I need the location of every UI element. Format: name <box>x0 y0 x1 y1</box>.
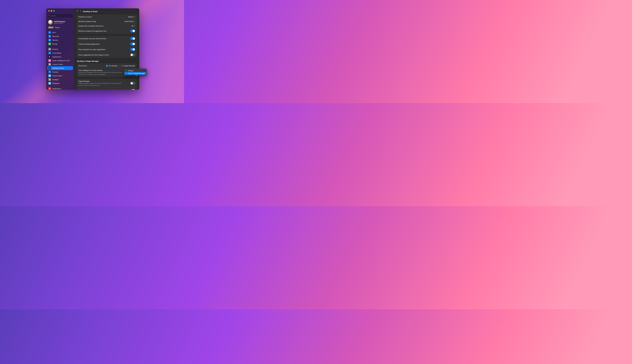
stage-manager-toggle[interactable] <box>130 82 135 85</box>
svg-point-16 <box>49 79 50 80</box>
animate-label: Animate opening applications <box>78 43 100 45</box>
sidebar-item-label: Screen Saver <box>52 75 62 77</box>
autohide-label: Automatically hide and show the Dock <box>78 38 106 40</box>
sidebar-item-control-center[interactable]: Control Center <box>48 62 73 66</box>
sidebar-item-label: Notifications <box>52 88 61 90</box>
sidebar-item-spotlight[interactable]: Spotlight <box>48 78 73 82</box>
suggested-label: Show suggested and recent apps in Dock <box>78 54 109 56</box>
wall-icon <box>48 82 51 84</box>
indicators-toggle[interactable] <box>130 48 135 51</box>
sidebar-item-accessibility[interactable]: Accessibility <box>48 51 73 55</box>
search-input[interactable] <box>48 14 73 18</box>
minimize-into-icon-toggle[interactable] <box>130 30 135 32</box>
ai-icon <box>48 59 51 62</box>
sidebar-item-label: Energy <box>52 43 58 45</box>
net-icon <box>48 39 51 41</box>
disp-icon <box>48 71 51 73</box>
reveal-desktop-dropdown: ✓Always Only in Stage Manager <box>124 69 147 76</box>
sidebar-item-label: Desktop & Dock <box>52 67 64 69</box>
traffic-lights <box>48 10 73 14</box>
svg-point-11 <box>49 64 50 64</box>
double-click-label: Double-click a window's title bar to <box>78 25 104 27</box>
sidebar-item-label: Wallpaper <box>52 82 60 84</box>
dropdown-option-always[interactable]: ✓Always <box>124 70 146 72</box>
on-desktop-checkbox[interactable]: ✓ On Desktop <box>106 65 118 67</box>
avatar <box>48 20 53 24</box>
sidebar-item-label: Accessibility <box>52 52 61 54</box>
indicators-label: Show indicators for open applications <box>78 48 106 50</box>
sidebar-item-general[interactable]: General <box>48 47 73 51</box>
forward-button[interactable] <box>80 10 81 13</box>
stage-manager-label: Stage Manager <box>78 80 124 82</box>
autohide-toggle[interactable] <box>130 37 135 40</box>
sidebar-item-appearance[interactable]: Appearance <box>48 55 73 59</box>
content-pane: Desktop & Dock Position on screen Bottom… <box>74 8 139 90</box>
sidebar-item-network[interactable]: Network <box>48 38 73 42</box>
dropdown-option-only-stage[interactable]: Only in Stage Manager <box>124 72 146 75</box>
sidebar-item-label: Apple Intelligence & Siri <box>52 60 70 62</box>
reveal-desktop-label: Click wallpaper to reveal desktop <box>78 70 124 71</box>
search-field[interactable] <box>51 15 72 17</box>
sidebar-item-energy[interactable]: Energy <box>48 42 73 46</box>
app-icon <box>48 56 51 58</box>
reveal-desktop-sub: Clicking your wallpaper will move all wi… <box>78 72 124 76</box>
sidebar-item-wallpaper[interactable]: Wallpaper <box>48 82 73 85</box>
svg-point-2 <box>50 33 50 33</box>
chevron-up-down-icon: ▲▼ <box>134 25 135 27</box>
sidebar-item-label: Wi-Fi <box>52 32 56 34</box>
sidebar-item-label: Appearance <box>52 56 61 58</box>
recent-stage-toggle[interactable] <box>130 89 135 90</box>
dock-panel-1: Position on screen Bottom ▲▼ Minimize wi… <box>77 14 137 34</box>
sidebar-item-notifications[interactable]: Notifications <box>48 87 73 90</box>
sidebar-item-label: General <box>52 48 58 50</box>
chevron-up-down-icon: ▲▼ <box>134 21 135 22</box>
minimize-using-popup[interactable]: Genie Effect ▲▼ <box>124 20 135 22</box>
sidebar-item-displays[interactable]: Displays <box>48 70 73 74</box>
double-click-popup[interactable]: Fill ▲▼ <box>131 25 135 27</box>
position-label: Position on screen <box>78 16 92 18</box>
settings-scroll[interactable]: Position on screen Bottom ▲▼ Minimize wi… <box>74 14 139 90</box>
zoom-icon[interactable] <box>53 10 55 12</box>
bell-icon <box>48 87 51 90</box>
back-button[interactable] <box>76 10 78 13</box>
sidebar-item-wi-fi[interactable]: Wi-Fi <box>48 30 73 34</box>
animate-toggle[interactable] <box>130 42 135 45</box>
cc-icon <box>48 63 51 66</box>
stage-manager-sub: Stage Manager arranges your recent windo… <box>78 82 124 86</box>
account-sub: Apple Account <box>54 22 65 24</box>
dock-icon <box>48 67 51 70</box>
dock-panel-2: Automatically hide and show the Dock Ani… <box>77 36 137 58</box>
sidebar-item-label: Network <box>52 39 58 41</box>
sidebar-item-screen-saver[interactable]: Screen Saver <box>48 74 73 78</box>
account-name: Jeff Benjamin <box>54 20 65 22</box>
ss-icon <box>48 74 51 77</box>
stage-section-title: Desktop & Stage Manager <box>77 60 137 64</box>
family-row[interactable]: DB Family <box>48 26 73 30</box>
minimize-icon[interactable] <box>51 10 52 12</box>
minimize-into-icon-label: Minimize windows into application icon <box>78 30 106 32</box>
spot-icon <box>48 78 51 81</box>
search-icon <box>48 15 50 17</box>
acc-icon <box>48 52 51 54</box>
svg-point-0 <box>49 15 50 16</box>
suggested-toggle[interactable] <box>130 54 135 56</box>
sidebar-item-bluetooth[interactable]: Bluetooth <box>48 34 73 38</box>
close-icon[interactable] <box>48 10 50 12</box>
bolt-icon <box>48 42 51 45</box>
recent-stage-label: Show recent apps in Stage Manager <box>78 90 105 90</box>
family-label: Family <box>55 26 60 28</box>
bt-icon <box>48 35 51 38</box>
stage-panel-toggle: Stage Manager Stage Manager arranges you… <box>77 79 137 90</box>
sidebar-item-desktop-dock[interactable]: Desktop & Dock <box>48 66 73 70</box>
chevron-up-down-icon: ▲▼ <box>134 16 135 18</box>
sidebar-item-label: Spotlight <box>52 78 59 80</box>
page-title: Desktop & Dock <box>83 10 98 12</box>
sidebar-item-apple-intelligence-siri[interactable]: Apple Intelligence & Siri <box>48 59 73 62</box>
header: Desktop & Dock <box>74 8 139 14</box>
svg-point-12 <box>50 64 50 65</box>
show-items-label: Show Items <box>78 65 87 67</box>
sidebar-item-label: Bluetooth <box>52 36 59 37</box>
apple-account-row[interactable]: Jeff Benjamin Apple Account <box>48 20 73 25</box>
position-popup[interactable]: Bottom ▲▼ <box>128 16 135 18</box>
in-stage-manager-checkbox[interactable]: In Stage Manager <box>120 65 135 67</box>
